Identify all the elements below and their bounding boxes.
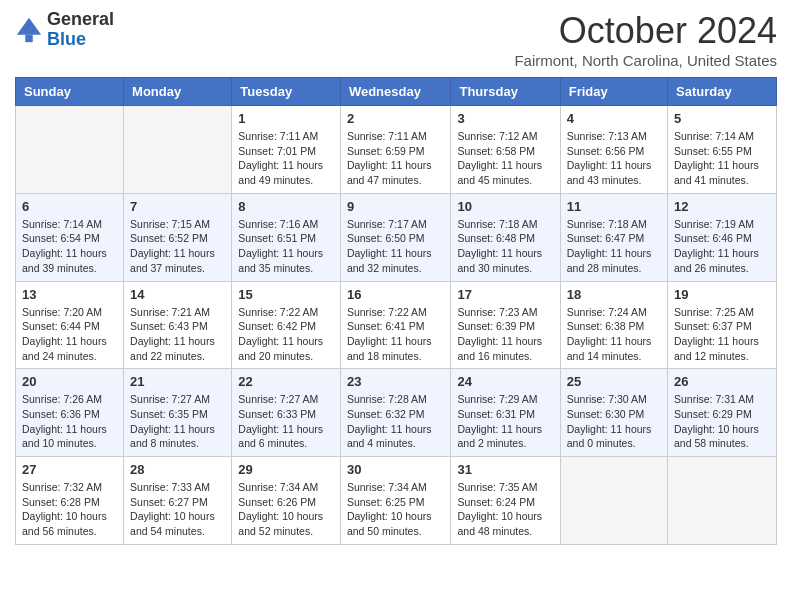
- day-of-week-header: Monday: [124, 78, 232, 106]
- calendar-day-cell: 4Sunrise: 7:13 AM Sunset: 6:56 PM Daylig…: [560, 106, 667, 194]
- day-info: Sunrise: 7:24 AM Sunset: 6:38 PM Dayligh…: [567, 305, 661, 364]
- day-number: 9: [347, 199, 445, 214]
- day-of-week-header: Tuesday: [232, 78, 341, 106]
- calendar-day-cell: 27Sunrise: 7:32 AM Sunset: 6:28 PM Dayli…: [16, 457, 124, 545]
- day-info: Sunrise: 7:30 AM Sunset: 6:30 PM Dayligh…: [567, 392, 661, 451]
- svg-marker-0: [17, 18, 41, 35]
- calendar-day-cell: 10Sunrise: 7:18 AM Sunset: 6:48 PM Dayli…: [451, 193, 560, 281]
- calendar-header-row: SundayMondayTuesdayWednesdayThursdayFrid…: [16, 78, 777, 106]
- day-info: Sunrise: 7:15 AM Sunset: 6:52 PM Dayligh…: [130, 217, 225, 276]
- day-of-week-header: Saturday: [668, 78, 777, 106]
- calendar-day-cell: [124, 106, 232, 194]
- day-number: 16: [347, 287, 445, 302]
- day-info: Sunrise: 7:35 AM Sunset: 6:24 PM Dayligh…: [457, 480, 553, 539]
- calendar-day-cell: 15Sunrise: 7:22 AM Sunset: 6:42 PM Dayli…: [232, 281, 341, 369]
- day-info: Sunrise: 7:23 AM Sunset: 6:39 PM Dayligh…: [457, 305, 553, 364]
- calendar-day-cell: 22Sunrise: 7:27 AM Sunset: 6:33 PM Dayli…: [232, 369, 341, 457]
- calendar-day-cell: 12Sunrise: 7:19 AM Sunset: 6:46 PM Dayli…: [668, 193, 777, 281]
- calendar-day-cell: 23Sunrise: 7:28 AM Sunset: 6:32 PM Dayli…: [340, 369, 451, 457]
- day-number: 20: [22, 374, 117, 389]
- calendar-day-cell: 29Sunrise: 7:34 AM Sunset: 6:26 PM Dayli…: [232, 457, 341, 545]
- calendar-day-cell: 8Sunrise: 7:16 AM Sunset: 6:51 PM Daylig…: [232, 193, 341, 281]
- day-info: Sunrise: 7:14 AM Sunset: 6:54 PM Dayligh…: [22, 217, 117, 276]
- day-number: 27: [22, 462, 117, 477]
- day-number: 19: [674, 287, 770, 302]
- day-of-week-header: Friday: [560, 78, 667, 106]
- day-number: 1: [238, 111, 334, 126]
- calendar-week-row: 13Sunrise: 7:20 AM Sunset: 6:44 PM Dayli…: [16, 281, 777, 369]
- day-number: 31: [457, 462, 553, 477]
- day-number: 13: [22, 287, 117, 302]
- calendar-week-row: 27Sunrise: 7:32 AM Sunset: 6:28 PM Dayli…: [16, 457, 777, 545]
- day-info: Sunrise: 7:11 AM Sunset: 6:59 PM Dayligh…: [347, 129, 445, 188]
- day-of-week-header: Thursday: [451, 78, 560, 106]
- day-info: Sunrise: 7:21 AM Sunset: 6:43 PM Dayligh…: [130, 305, 225, 364]
- day-info: Sunrise: 7:26 AM Sunset: 6:36 PM Dayligh…: [22, 392, 117, 451]
- day-of-week-header: Sunday: [16, 78, 124, 106]
- calendar-day-cell: 19Sunrise: 7:25 AM Sunset: 6:37 PM Dayli…: [668, 281, 777, 369]
- calendar-day-cell: 3Sunrise: 7:12 AM Sunset: 6:58 PM Daylig…: [451, 106, 560, 194]
- title-block: October 2024 Fairmont, North Carolina, U…: [514, 10, 777, 69]
- calendar-day-cell: 9Sunrise: 7:17 AM Sunset: 6:50 PM Daylig…: [340, 193, 451, 281]
- day-info: Sunrise: 7:14 AM Sunset: 6:55 PM Dayligh…: [674, 129, 770, 188]
- location: Fairmont, North Carolina, United States: [514, 52, 777, 69]
- day-number: 18: [567, 287, 661, 302]
- day-info: Sunrise: 7:25 AM Sunset: 6:37 PM Dayligh…: [674, 305, 770, 364]
- day-info: Sunrise: 7:34 AM Sunset: 6:26 PM Dayligh…: [238, 480, 334, 539]
- calendar-day-cell: 21Sunrise: 7:27 AM Sunset: 6:35 PM Dayli…: [124, 369, 232, 457]
- day-info: Sunrise: 7:22 AM Sunset: 6:41 PM Dayligh…: [347, 305, 445, 364]
- page-header: General Blue October 2024 Fairmont, Nort…: [15, 10, 777, 69]
- calendar-day-cell: 6Sunrise: 7:14 AM Sunset: 6:54 PM Daylig…: [16, 193, 124, 281]
- logo-icon: [15, 16, 43, 44]
- day-info: Sunrise: 7:20 AM Sunset: 6:44 PM Dayligh…: [22, 305, 117, 364]
- calendar-day-cell: 20Sunrise: 7:26 AM Sunset: 6:36 PM Dayli…: [16, 369, 124, 457]
- day-of-week-header: Wednesday: [340, 78, 451, 106]
- day-info: Sunrise: 7:34 AM Sunset: 6:25 PM Dayligh…: [347, 480, 445, 539]
- day-info: Sunrise: 7:22 AM Sunset: 6:42 PM Dayligh…: [238, 305, 334, 364]
- month-title: October 2024: [514, 10, 777, 52]
- day-number: 22: [238, 374, 334, 389]
- day-info: Sunrise: 7:18 AM Sunset: 6:47 PM Dayligh…: [567, 217, 661, 276]
- calendar-day-cell: 2Sunrise: 7:11 AM Sunset: 6:59 PM Daylig…: [340, 106, 451, 194]
- day-number: 11: [567, 199, 661, 214]
- calendar-day-cell: 25Sunrise: 7:30 AM Sunset: 6:30 PM Dayli…: [560, 369, 667, 457]
- day-number: 2: [347, 111, 445, 126]
- day-number: 7: [130, 199, 225, 214]
- logo: General Blue: [15, 10, 114, 50]
- calendar-day-cell: 5Sunrise: 7:14 AM Sunset: 6:55 PM Daylig…: [668, 106, 777, 194]
- day-info: Sunrise: 7:27 AM Sunset: 6:33 PM Dayligh…: [238, 392, 334, 451]
- day-number: 3: [457, 111, 553, 126]
- day-number: 24: [457, 374, 553, 389]
- calendar-day-cell: 14Sunrise: 7:21 AM Sunset: 6:43 PM Dayli…: [124, 281, 232, 369]
- day-info: Sunrise: 7:32 AM Sunset: 6:28 PM Dayligh…: [22, 480, 117, 539]
- logo-text: General Blue: [47, 10, 114, 50]
- day-info: Sunrise: 7:13 AM Sunset: 6:56 PM Dayligh…: [567, 129, 661, 188]
- calendar-day-cell: 24Sunrise: 7:29 AM Sunset: 6:31 PM Dayli…: [451, 369, 560, 457]
- day-number: 14: [130, 287, 225, 302]
- calendar-day-cell: 26Sunrise: 7:31 AM Sunset: 6:29 PM Dayli…: [668, 369, 777, 457]
- day-number: 5: [674, 111, 770, 126]
- day-number: 17: [457, 287, 553, 302]
- calendar-day-cell: 17Sunrise: 7:23 AM Sunset: 6:39 PM Dayli…: [451, 281, 560, 369]
- day-info: Sunrise: 7:17 AM Sunset: 6:50 PM Dayligh…: [347, 217, 445, 276]
- calendar-week-row: 6Sunrise: 7:14 AM Sunset: 6:54 PM Daylig…: [16, 193, 777, 281]
- day-number: 8: [238, 199, 334, 214]
- calendar-day-cell: 30Sunrise: 7:34 AM Sunset: 6:25 PM Dayli…: [340, 457, 451, 545]
- day-info: Sunrise: 7:11 AM Sunset: 7:01 PM Dayligh…: [238, 129, 334, 188]
- day-info: Sunrise: 7:28 AM Sunset: 6:32 PM Dayligh…: [347, 392, 445, 451]
- day-info: Sunrise: 7:27 AM Sunset: 6:35 PM Dayligh…: [130, 392, 225, 451]
- calendar-day-cell: [560, 457, 667, 545]
- calendar-day-cell: [16, 106, 124, 194]
- calendar-day-cell: 31Sunrise: 7:35 AM Sunset: 6:24 PM Dayli…: [451, 457, 560, 545]
- day-number: 26: [674, 374, 770, 389]
- day-info: Sunrise: 7:19 AM Sunset: 6:46 PM Dayligh…: [674, 217, 770, 276]
- day-number: 25: [567, 374, 661, 389]
- day-info: Sunrise: 7:18 AM Sunset: 6:48 PM Dayligh…: [457, 217, 553, 276]
- day-number: 15: [238, 287, 334, 302]
- day-number: 29: [238, 462, 334, 477]
- day-info: Sunrise: 7:16 AM Sunset: 6:51 PM Dayligh…: [238, 217, 334, 276]
- day-number: 30: [347, 462, 445, 477]
- day-info: Sunrise: 7:12 AM Sunset: 6:58 PM Dayligh…: [457, 129, 553, 188]
- calendar-week-row: 20Sunrise: 7:26 AM Sunset: 6:36 PM Dayli…: [16, 369, 777, 457]
- calendar-day-cell: 16Sunrise: 7:22 AM Sunset: 6:41 PM Dayli…: [340, 281, 451, 369]
